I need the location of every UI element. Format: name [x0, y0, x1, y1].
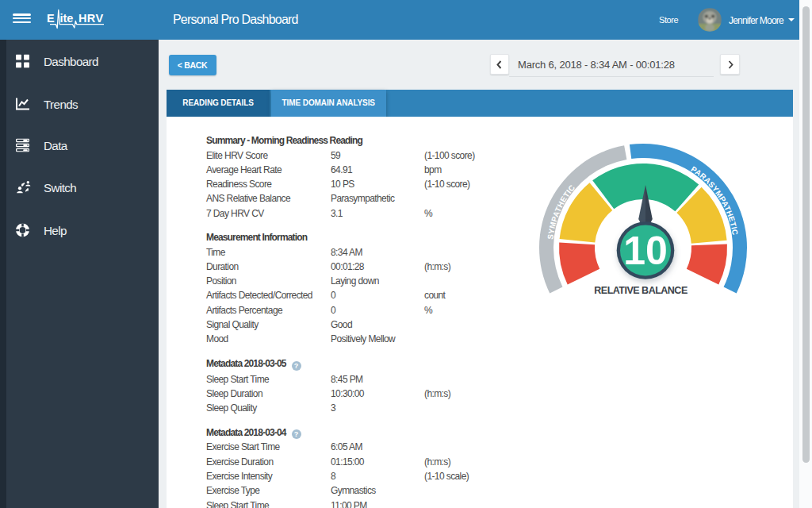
- svg-text:E: E: [47, 12, 55, 25]
- svg-text:HRV: HRV: [79, 12, 104, 25]
- svg-text:10: 10: [623, 229, 668, 273]
- svg-text:ite: ite: [60, 12, 74, 25]
